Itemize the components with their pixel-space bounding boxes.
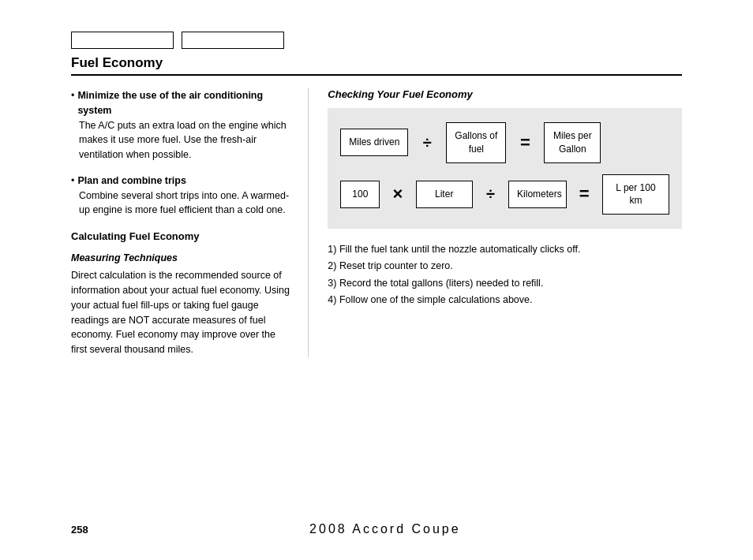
instruction-3: 3) Record the total gallons (liters) nee… (328, 275, 682, 292)
formula-box-miles-driven: Miles driven (340, 129, 408, 156)
bullet-text-1: The A/C puts an extra load on the engine… (79, 118, 292, 162)
instruction-1: 1) Fill the fuel tank until the nozzle a… (328, 241, 682, 258)
page: Fuel Economy • Minimize the use of the a… (0, 0, 753, 560)
page-number: 258 (71, 524, 88, 536)
formula-box-100: 100 (340, 181, 380, 208)
equals-op-1: = (514, 132, 536, 154)
instruction-4: 4) Follow one of the simple calculations… (328, 292, 682, 308)
bullet-marker-1: • (71, 88, 74, 103)
formula-row-2: 100 × Liter ÷ Kilometers = L per 100 km (340, 174, 669, 215)
instructions: 1) Fill the fuel tank until the nozzle a… (328, 241, 682, 308)
bullet-title-1: Minimize the use of the air conditioning… (77, 88, 292, 118)
bullet-item-2: • Plan and combine trips Combine several… (71, 174, 292, 218)
footer-car-model: 2008 Accord Coupe (88, 522, 682, 536)
content-area: • Minimize the use of the air conditioni… (71, 88, 682, 357)
formula-box-mpg: Miles perGallon (544, 122, 601, 163)
bullet-dot-2: • Plan and combine trips (71, 174, 292, 189)
header-tabs (71, 32, 682, 49)
measuring-title: Measuring Techniques (71, 251, 292, 266)
equals-op-2: = (575, 183, 594, 205)
instruction-2: 2) Reset trip counter to zero. (328, 258, 682, 274)
tab-2[interactable] (182, 32, 284, 49)
divide-op-1: ÷ (416, 132, 438, 154)
formula-box-gallons: Gallons offuel (446, 122, 506, 163)
formula-area: Miles driven ÷ Gallons offuel = Miles pe… (328, 108, 682, 229)
page-footer: 258 2008 Accord Coupe (71, 522, 682, 536)
bullet-dot-1: • Minimize the use of the air conditioni… (71, 88, 292, 118)
bullet-title-2: Plan and combine trips (77, 174, 186, 189)
tab-1[interactable] (71, 32, 174, 49)
check-title: Checking Your Fuel Economy (328, 88, 682, 100)
calc-heading: Calculating Fuel Economy (71, 229, 292, 245)
formula-box-l100km: L per 100 km (602, 174, 669, 215)
multiply-op: × (388, 183, 407, 205)
left-column: • Minimize the use of the air conditioni… (71, 88, 309, 357)
bullet-marker-2: • (71, 174, 74, 189)
bullet-item-1: • Minimize the use of the air conditioni… (71, 88, 292, 162)
formula-row-1: Miles driven ÷ Gallons offuel = Miles pe… (340, 122, 669, 163)
measuring-text: Direct calculation is the recommended so… (71, 268, 292, 357)
formula-box-km: Kilometers (508, 181, 566, 208)
formula-box-liter: Liter (416, 181, 473, 208)
section-title: Fuel Economy (71, 55, 682, 76)
right-column: Checking Your Fuel Economy Miles driven … (309, 88, 682, 357)
divide-op-2: ÷ (481, 183, 500, 205)
bullet-text-2: Combine several short trips into one. A … (79, 189, 292, 218)
